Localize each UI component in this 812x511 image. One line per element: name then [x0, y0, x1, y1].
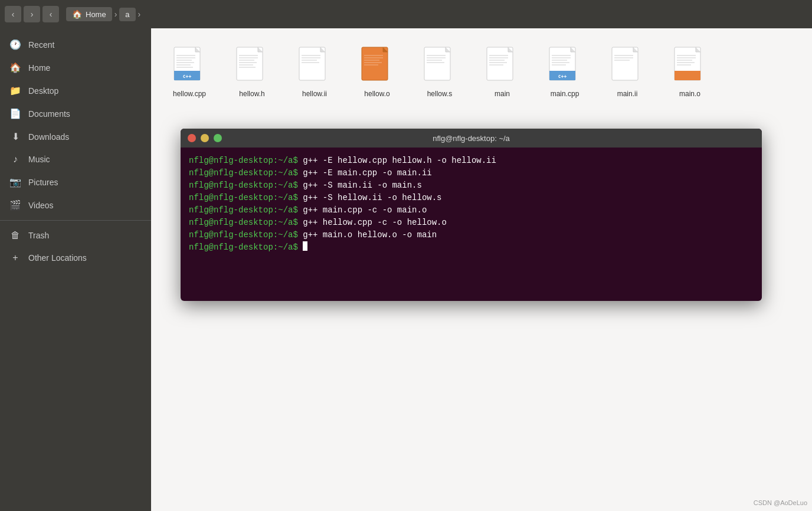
- terminal-line-3: nflg@nflg-desktop:~/a$ g++ -S main.ii -o…: [189, 179, 754, 192]
- file-main-o[interactable]: main.o: [663, 40, 716, 103]
- terminal-cmd-1: g++ -E hellow.cpp hellow.h -o hellow.ii: [298, 155, 496, 167]
- sidebar-item-videos[interactable]: 🎬 Videos: [0, 194, 151, 217]
- terminal-line-6: nflg@nflg-desktop:~/a$ g++ hellow.cpp -c…: [189, 217, 754, 229]
- breadcrumb-home[interactable]: 🏠 Home: [66, 7, 112, 21]
- other-locations-icon: +: [9, 253, 21, 263]
- terminal-cmd-2: g++ -E main.cpp -o main.ii: [298, 167, 432, 179]
- terminal-body[interactable]: nflg@nflg-desktop:~/a$ g++ -E hellow.cpp…: [181, 148, 762, 301]
- terminal-line-7: nflg@nflg-desktop:~/a$ g++ main.o hellow…: [189, 229, 754, 241]
- terminal-maximize-button[interactable]: [214, 134, 222, 142]
- sidebar-item-trash[interactable]: 🗑 Trash: [0, 224, 151, 247]
- forward-button[interactable]: ›: [24, 6, 40, 22]
- up-button[interactable]: ‹: [42, 6, 59, 22]
- terminal-prompt-4: nflg@nflg-desktop:~/a$: [189, 192, 298, 204]
- file-hellow-cpp[interactable]: c++ hellow.cpp: [163, 40, 216, 103]
- file-name-hellow-cpp: hellow.cpp: [173, 90, 206, 98]
- terminal-minimize-button[interactable]: [201, 134, 209, 142]
- music-icon: ♪: [9, 154, 21, 165]
- file-icon-hellow-cpp: c++: [171, 45, 208, 87]
- file-hellow-h[interactable]: hellow.h: [225, 40, 279, 103]
- file-name-main-cpp: main.cpp: [551, 90, 579, 98]
- videos-icon: 🎬: [9, 199, 21, 211]
- terminal-titlebar: nflg@nflg-desktop: ~/a: [181, 129, 762, 148]
- sidebar-label-pictures: Pictures: [28, 178, 58, 187]
- sidebar-divider: [0, 220, 151, 221]
- sidebar-item-home[interactable]: 🏠 Home: [0, 56, 151, 79]
- file-icon-hellow-s: [421, 45, 459, 87]
- terminal-title: nflg@nflg-desktop: ~/a: [433, 134, 510, 143]
- terminal-prompt-8: nflg@nflg-desktop:~/a$: [189, 241, 298, 254]
- file-icon-main-o: [671, 45, 709, 87]
- file-main-cpp[interactable]: c++ main.cpp: [538, 40, 591, 103]
- svg-text:c++: c++: [183, 74, 192, 79]
- terminal-line-8: nflg@nflg-desktop:~/a$: [189, 241, 754, 254]
- recent-icon: 🕐: [9, 39, 21, 50]
- terminal-prompt-7: nflg@nflg-desktop:~/a$: [189, 229, 298, 241]
- breadcrumb-separator2: ›: [138, 9, 141, 19]
- file-area: c++ hellow.cpp: [151, 28, 812, 511]
- home-nav-icon: 🏠: [9, 62, 21, 73]
- sidebar-item-other-locations[interactable]: + Other Locations: [0, 247, 151, 269]
- sidebar-item-recent[interactable]: 🕐 Recent: [0, 33, 151, 56]
- file-hellow-o[interactable]: hellow.o: [351, 40, 404, 103]
- sidebar-item-downloads[interactable]: ⬇ Downloads: [0, 125, 151, 148]
- terminal-close-button[interactable]: [188, 134, 196, 142]
- file-main-ii[interactable]: main.ii: [601, 40, 654, 103]
- sidebar-label-music: Music: [28, 155, 50, 164]
- terminal-window: nflg@nflg-desktop: ~/a nflg@nflg-desktop…: [181, 129, 762, 301]
- pictures-icon: 📷: [9, 176, 21, 188]
- sidebar-item-pictures[interactable]: 📷 Pictures: [0, 171, 151, 194]
- breadcrumb-home-label: Home: [86, 10, 106, 19]
- sidebar-label-documents: Documents: [28, 109, 70, 119]
- back-button[interactable]: ‹: [5, 6, 21, 22]
- breadcrumb-a[interactable]: a: [119, 8, 135, 21]
- sidebar-item-desktop[interactable]: 📁 Desktop: [0, 79, 151, 102]
- trash-icon: 🗑: [9, 230, 21, 241]
- toolbar: ‹ › ‹ 🏠 Home › a ›: [0, 0, 812, 28]
- sidebar-label-home: Home: [28, 63, 50, 73]
- terminal-cmd-4: g++ -S hellow.ii -o hellow.s: [298, 192, 442, 204]
- watermark: CSDN @AoDeLuo: [754, 499, 807, 506]
- file-name-hellow-ii: hellow.ii: [302, 90, 327, 98]
- sidebar-label-recent: Recent: [28, 40, 54, 50]
- file-name-hellow-o: hellow.o: [364, 90, 389, 98]
- home-icon: 🏠: [72, 9, 82, 19]
- file-name-main-o: main.o: [679, 90, 700, 98]
- breadcrumb: 🏠 Home › a ›: [66, 7, 140, 21]
- file-name-main-ii: main.ii: [617, 90, 638, 98]
- terminal-prompt-2: nflg@nflg-desktop:~/a$: [189, 167, 298, 179]
- terminal-line-4: nflg@nflg-desktop:~/a$ g++ -S hellow.ii …: [189, 192, 754, 204]
- terminal-cmd-6: g++ hellow.cpp -c -o hellow.o: [298, 217, 447, 229]
- sidebar-label-trash: Trash: [28, 231, 49, 240]
- terminal-line-2: nflg@nflg-desktop:~/a$ g++ -E main.cpp -…: [189, 167, 754, 179]
- file-hellow-ii[interactable]: hellow.ii: [288, 40, 341, 103]
- file-icon-main-cpp: c++: [546, 45, 584, 87]
- main-area: 🕐 Recent 🏠 Home 📁 Desktop 📄 Documents ⬇ …: [0, 28, 812, 511]
- downloads-icon: ⬇: [9, 131, 21, 142]
- terminal-cmd-8: [298, 241, 303, 254]
- file-hellow-s[interactable]: hellow.s: [413, 40, 466, 103]
- terminal-prompt-1: nflg@nflg-desktop:~/a$: [189, 155, 298, 167]
- terminal-line-1: nflg@nflg-desktop:~/a$ g++ -E hellow.cpp…: [189, 155, 754, 167]
- svg-rect-78: [675, 71, 700, 80]
- file-icon-hellow-h: [233, 45, 271, 87]
- documents-icon: 📄: [9, 108, 21, 119]
- terminal-prompt-5: nflg@nflg-desktop:~/a$: [189, 204, 298, 217]
- terminal-cmd-3: g++ -S main.ii -o main.s: [298, 179, 422, 192]
- desktop-icon: 📁: [9, 85, 21, 96]
- file-grid: c++ hellow.cpp: [163, 40, 800, 103]
- file-icon-hellow-ii: [296, 45, 333, 87]
- file-main[interactable]: main: [476, 40, 529, 103]
- file-name-main: main: [495, 90, 510, 98]
- file-name-hellow-s: hellow.s: [427, 90, 453, 98]
- file-icon-main: [483, 45, 521, 87]
- sidebar-item-music[interactable]: ♪ Music: [0, 148, 151, 171]
- sidebar-item-documents[interactable]: 📄 Documents: [0, 102, 151, 125]
- terminal-line-5: nflg@nflg-desktop:~/a$ g++ main.cpp -c -…: [189, 204, 754, 217]
- sidebar-label-desktop: Desktop: [28, 86, 58, 96]
- terminal-prompt-3: nflg@nflg-desktop:~/a$: [189, 179, 298, 192]
- sidebar: 🕐 Recent 🏠 Home 📁 Desktop 📄 Documents ⬇ …: [0, 28, 151, 511]
- file-icon-hellow-o: [358, 45, 396, 87]
- file-name-hellow-h: hellow.h: [239, 90, 264, 98]
- terminal-cmd-5: g++ main.cpp -c -o main.o: [298, 204, 427, 217]
